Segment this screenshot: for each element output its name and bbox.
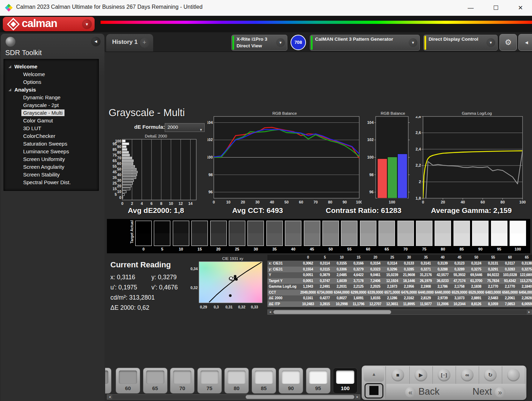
chevron-down-icon: ▼ (199, 126, 203, 134)
grayscale-level-label: 5 (154, 247, 170, 251)
extra-button[interactable] (502, 366, 525, 384)
scroll-left-icon[interactable]: ◄ (268, 310, 273, 314)
refresh-button[interactable]: ↻ (479, 366, 502, 384)
continuous-button[interactable]: ∞ (456, 366, 479, 384)
cie-1931-chart: CIE 1931 xy 0,290,30,310,320,330,320,34 (188, 256, 266, 316)
svg-text:85: 85 (112, 147, 117, 152)
calman-logo-button[interactable]: calman ▼ (3, 17, 95, 31)
grayscale-level-label: 20 (210, 247, 227, 251)
pattern-up-button[interactable]: ▲ (364, 367, 384, 382)
level-swatch (227, 370, 246, 384)
sidebar-item-options[interactable]: Options (4, 78, 98, 86)
chevron-down-icon[interactable]: ▼ (276, 38, 285, 47)
level-button-65[interactable]: 65 (143, 368, 168, 394)
grayscale-cell: 20 (210, 221, 227, 251)
chevron-down-icon[interactable]: ▼ (409, 38, 417, 47)
sidebar-item-luminance-sweeps[interactable]: Luminance Sweeps (4, 148, 98, 155)
collapse-sidebar-button[interactable]: ◄ (91, 37, 101, 46)
display-control-dropdown[interactable]: Direct Display Control ▼ (423, 35, 498, 51)
sidebar-item-3d-lut[interactable]: 3D LUT (4, 125, 98, 132)
level-button-95[interactable]: 95 (306, 368, 330, 394)
scroll-right-icon[interactable]: ► (355, 395, 360, 399)
sidebar-item-screen-uniformity[interactable]: Screen Uniformity (4, 155, 98, 163)
pattern-generator-dropdown[interactable]: CalMAN Client 3 Pattern Generator ▼ (310, 35, 420, 51)
collapse-right-panel-button[interactable]: ◄ (518, 34, 532, 51)
svg-text:40: 40 (270, 200, 274, 204)
pattern-scrollbar-thumb[interactable] (246, 395, 354, 399)
table-scrollbar[interactable]: ◄ ► (267, 309, 532, 315)
settings-button[interactable]: ⚙ (499, 34, 517, 51)
level-button-70[interactable]: 70 (170, 368, 195, 394)
step-button[interactable]: [··] (432, 366, 456, 384)
sidebar-item-colorchecker[interactable]: ColorChecker (4, 132, 98, 140)
level-button-partial[interactable] (105, 368, 111, 394)
sidebar-item-welcome[interactable]: Welcome (4, 71, 98, 78)
play-button[interactable]: ▶ (409, 366, 433, 384)
level-button-80[interactable]: 80 (224, 368, 249, 394)
chevron-down-icon[interactable]: ▼ (486, 38, 495, 47)
grayscale-cell: 15 (191, 221, 208, 251)
level-button-100[interactable]: 100 (333, 368, 357, 394)
svg-text:80: 80 (328, 200, 332, 204)
sidebar-item-dynamic-range[interactable]: Dynamic Range (4, 94, 98, 101)
de-value: 0,62 (137, 304, 149, 311)
grayscale-cell: 100 (510, 221, 526, 251)
tab-history-1[interactable]: History 1 + (106, 34, 153, 52)
sidebar-group-welcome[interactable]: Welcome (4, 63, 98, 71)
sidebar-item-saturation-sweeps[interactable]: Saturation Sweeps (4, 140, 98, 148)
svg-text:45: 45 (112, 170, 117, 174)
sidebar-item-screen-stability[interactable]: Screen Stability (4, 171, 98, 179)
u-label: u': (110, 284, 117, 291)
pattern-scrollbar[interactable]: ◄ ► (107, 394, 360, 400)
svg-text:2,6: 2,6 (416, 131, 421, 135)
svg-text:90: 90 (342, 200, 347, 204)
level-button-85[interactable]: 85 (252, 368, 276, 394)
stop-button[interactable]: ■ (386, 366, 410, 384)
level-button-90[interactable]: 90 (279, 368, 303, 394)
meter-dropdown[interactable]: X-Rite i1Pro 3 Direct View ▼ (231, 35, 287, 51)
svg-text:2: 2 (419, 180, 421, 184)
level-swatch (146, 370, 164, 384)
add-tab-button[interactable]: + (139, 38, 149, 48)
maximize-button[interactable]: ☐ (488, 3, 504, 13)
table-row: Gamma Log/Log1,19432,24912,20312,21252,2… (267, 284, 532, 290)
rgb-line-chart-title: RGB Balance (207, 111, 362, 116)
sidebar-item-screen-angularity[interactable]: Screen Angularity (4, 163, 98, 171)
svg-text:20: 20 (241, 200, 245, 204)
logo-dropdown-arrow-icon[interactable]: ▼ (82, 19, 92, 29)
expander-icon (8, 65, 11, 68)
deltae-chart-title: DeltaE 2000 (109, 134, 203, 139)
deltae-chart-svg: 0510152025303540455055606570758085909510… (109, 139, 203, 206)
sidebar-item-spectral-power-dist[interactable]: Spectral Power Dist. (4, 179, 98, 186)
luminance-badge[interactable]: 708 (291, 35, 306, 50)
close-button[interactable]: ✕ (512, 3, 528, 13)
pattern-window-toggle[interactable] (364, 383, 383, 399)
workflow-orb-icon[interactable] (6, 37, 15, 47)
scroll-right-icon[interactable]: ► (527, 310, 532, 314)
sidebar-item-grayscale-multi[interactable]: Grayscale - Multi (4, 109, 98, 117)
sidebar-group-analysis[interactable]: Analysis (4, 86, 98, 94)
sidebar: ◄ SDR Toolkit WelcomeWelcomeOptionsAnaly… (1, 34, 104, 401)
svg-text:75: 75 (112, 153, 117, 157)
scroll-left-icon[interactable]: ◄ (107, 395, 112, 399)
level-button-75[interactable]: 75 (197, 368, 222, 394)
sidebar-item-grayscale-2pt[interactable]: Grayscale - 2pt (4, 101, 98, 109)
average-gamma-stat: Average Gamma: 2,159 (415, 206, 527, 215)
de-formula-label: dE Formula: (134, 124, 165, 130)
minimize-button[interactable]: — (463, 3, 479, 13)
svg-text:102: 102 (207, 138, 213, 142)
gamma-chart-title: Gamma Log/Log (422, 111, 532, 116)
sidebar-item-color-gamut[interactable]: Color Gamut (4, 117, 98, 125)
level-button-60[interactable]: 60 (116, 368, 140, 394)
table-scrollbar-thumb[interactable] (273, 310, 391, 314)
triangle-left-icon: ◄ (524, 40, 529, 45)
svg-text:70: 70 (117, 156, 121, 160)
reading-uv-line: u': 0,1975 v': 0,4676 (110, 284, 198, 291)
de-label: ΔE 2000: (110, 304, 136, 311)
back-button[interactable]: «Back (386, 384, 456, 399)
next-button[interactable]: Next» (456, 384, 525, 399)
table-row: Y0,00510,38792,04854,64229,046115,023921… (267, 272, 532, 278)
de-formula-select[interactable]: 2000 ▼ (165, 123, 205, 132)
refresh-button-icon: ↻ (484, 369, 497, 381)
svg-text:15: 15 (112, 187, 117, 191)
